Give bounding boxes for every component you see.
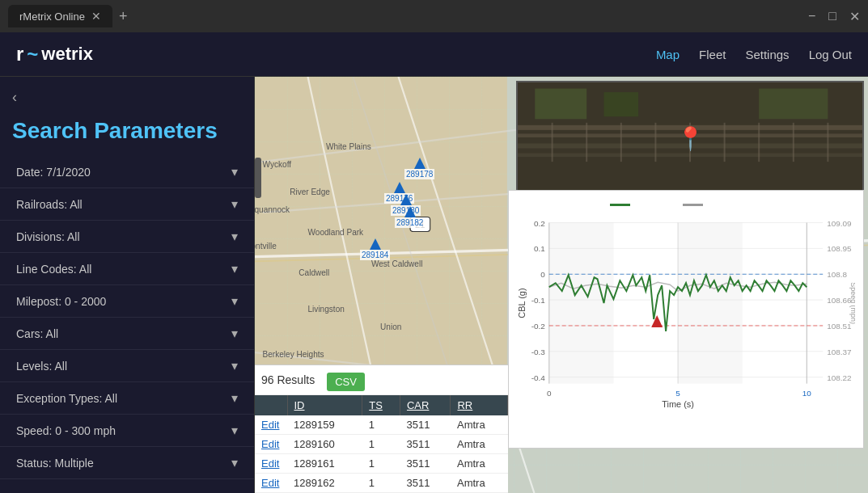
- svg-rect-47: [604, 92, 639, 116]
- filter-speed[interactable]: Speed: 0 - 300 mph ▾: [0, 415, 254, 447]
- edit-link-1289160[interactable]: Edit: [261, 438, 279, 450]
- filter-milepost[interactable]: Milepost: 0 - 2000 ▾: [0, 285, 254, 318]
- map-pin-icon: 📍: [676, 124, 705, 151]
- svg-text:Montville: Montville: [255, 242, 277, 251]
- filter-railroads[interactable]: Railroads: All ▾: [0, 188, 254, 221]
- svg-text:-0.3: -0.3: [531, 348, 546, 356]
- triangle-blue-icon: [400, 194, 412, 205]
- new-tab-icon[interactable]: +: [119, 8, 128, 25]
- svg-text:West Caldwell: West Caldwell: [371, 259, 423, 268]
- svg-text:Pequannock: Pequannock: [255, 205, 290, 214]
- nav-fleet[interactable]: Fleet: [699, 48, 726, 61]
- svg-rect-48: [759, 89, 828, 120]
- nav-logout[interactable]: Log Out: [809, 48, 852, 61]
- marker-label: 289182: [395, 217, 425, 228]
- chevron-down-icon: ▾: [231, 326, 238, 341]
- minimize-icon[interactable]: −: [808, 9, 815, 24]
- svg-text:-0.1: -0.1: [531, 296, 546, 305]
- svg-text:10: 10: [802, 389, 812, 398]
- close-icon[interactable]: ✕: [849, 9, 860, 24]
- table-row: Edit 1289161 1 3511 Amtra: [255, 454, 508, 474]
- legend-cbl-label: CBL (g): [633, 199, 667, 210]
- search-params-title: Search Parameters: [0, 110, 254, 156]
- filter-date-label: Date: 7/1/2020: [16, 166, 91, 179]
- browser-chrome: rMetrix Online ✕ + − □ ✕: [0, 0, 868, 32]
- map-container[interactable]: 21 50 278 Wyckoff White Plains Pequannoc…: [255, 77, 868, 493]
- cell-id: 1289162: [287, 474, 362, 493]
- marker-289178[interactable]: 289178: [404, 158, 434, 179]
- cell-rr: Amtra: [451, 474, 508, 493]
- col-header-rr[interactable]: RR: [451, 395, 508, 415]
- cell-rr: Amtra: [451, 454, 508, 474]
- col-header-car[interactable]: CAR: [400, 395, 451, 415]
- svg-text:0.1: 0.1: [534, 244, 545, 253]
- svg-text:Speed (mph): Speed (mph): [849, 282, 855, 324]
- svg-text:-0.2: -0.2: [531, 322, 546, 331]
- svg-text:108.22: 108.22: [827, 373, 852, 382]
- chevron-down-icon: ▾: [231, 196, 238, 212]
- chevron-down-icon: ▾: [231, 164, 238, 179]
- scroll-indicator[interactable]: [255, 158, 261, 198]
- browser-controls: − □ ✕: [808, 9, 860, 24]
- edit-link-1289159[interactable]: Edit: [261, 419, 279, 431]
- chevron-down-icon: ▾: [231, 390, 238, 406]
- svg-text:Wyckoff: Wyckoff: [263, 160, 292, 169]
- filter-speed-label: Speed: 0 - 300 mph: [16, 424, 116, 437]
- marker-289184[interactable]: 289184: [360, 238, 390, 260]
- edit-link-1289162[interactable]: Edit: [261, 477, 279, 489]
- svg-text:River Edge: River Edge: [290, 188, 330, 196]
- cell-rr: Amtra: [451, 415, 508, 435]
- csv-button[interactable]: CSV: [327, 373, 365, 391]
- results-section: 96 Results CSV ID TS CAR RR: [255, 364, 508, 493]
- triangle-blue-icon: [404, 206, 416, 217]
- svg-text:108.8: 108.8: [827, 270, 847, 279]
- chevron-down-icon: ▾: [231, 293, 238, 309]
- cell-ts: 1: [362, 454, 400, 474]
- col-header-ts[interactable]: TS: [362, 395, 400, 415]
- cell-car: 3511: [400, 415, 451, 435]
- svg-text:Time (s): Time (s): [662, 399, 694, 409]
- cell-rr: Amtra: [451, 435, 508, 454]
- browser-tab[interactable]: rMetrix Online ✕: [8, 5, 112, 27]
- nav-map[interactable]: Map: [656, 48, 680, 61]
- filter-exception-types-label: Exception Types: All: [16, 392, 117, 405]
- legend-cbl: CBL (g): [610, 199, 667, 210]
- tab-close-icon[interactable]: ✕: [91, 10, 101, 23]
- results-header: 96 Results CSV: [255, 365, 508, 395]
- filter-divisions[interactable]: Divisions: All ▾: [0, 221, 254, 253]
- sidebar-back-button[interactable]: ‹: [0, 85, 254, 110]
- chevron-down-icon: ▾: [231, 455, 238, 470]
- filter-date[interactable]: Date: 7/1/2020 ▾: [0, 156, 254, 188]
- filter-milepost-label: Milepost: 0 - 2000: [16, 295, 106, 308]
- svg-text:-0.4: -0.4: [531, 373, 546, 382]
- filter-exception-types[interactable]: Exception Types: All ▾: [0, 382, 254, 415]
- filter-status[interactable]: Status: Multiple ▾: [0, 447, 254, 479]
- cell-id: 1289160: [287, 435, 362, 454]
- nav-settings[interactable]: Settings: [745, 48, 789, 61]
- filter-cars[interactable]: Cars: All ▾: [0, 318, 254, 350]
- app-header: r~wetrix Map Fleet Settings Log Out: [0, 32, 868, 77]
- filter-linecodes[interactable]: Line Codes: All ▾: [0, 253, 254, 285]
- filter-levels-label: Levels: All: [16, 360, 67, 373]
- svg-text:Caldwell: Caldwell: [299, 268, 329, 277]
- chart-legend: CBL (g) Speed (mph): [517, 199, 855, 210]
- filter-status-label: Status: Multiple: [16, 457, 94, 470]
- svg-text:Woodland Park: Woodland Park: [308, 228, 365, 237]
- chevron-down-icon: ▾: [231, 229, 238, 244]
- cell-car: 3511: [400, 454, 451, 474]
- col-header-id[interactable]: ID: [287, 395, 362, 415]
- marker-label: 289178: [404, 169, 434, 179]
- svg-text:5: 5: [675, 389, 680, 398]
- filter-levels[interactable]: Levels: All ▾: [0, 350, 254, 382]
- maximize-icon[interactable]: □: [828, 9, 836, 24]
- main-layout: ‹ Search Parameters Date: 7/1/2020 ▾ Rai…: [0, 77, 868, 493]
- svg-text:Berkeley Heights: Berkeley Heights: [263, 350, 324, 359]
- legend-speed-line: [683, 204, 703, 206]
- edit-link-1289161[interactable]: Edit: [261, 457, 279, 470]
- cell-id: 1289159: [287, 415, 362, 435]
- marker-289182[interactable]: 289182: [395, 206, 425, 228]
- svg-rect-46: [535, 89, 586, 120]
- marker-label: 289184: [360, 250, 390, 260]
- svg-text:0: 0: [540, 270, 545, 279]
- cell-id: 1289161: [287, 454, 362, 474]
